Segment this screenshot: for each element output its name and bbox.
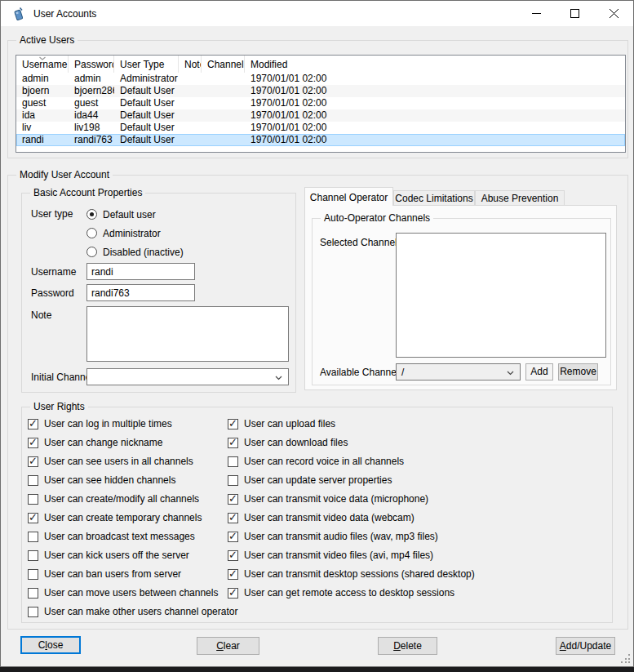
checkbox-record-voice[interactable]: User can record voice in all channels bbox=[228, 455, 404, 468]
checkbox-create-modify-channels[interactable]: User can create/modify all channels bbox=[28, 492, 199, 505]
checkbox-icon bbox=[228, 550, 238, 561]
checkbox-icon bbox=[228, 532, 238, 542]
checkbox-make-channel-operator[interactable]: User can make other users channel operat… bbox=[28, 605, 237, 618]
checkbox-see-hidden-channels[interactable]: User can see hidden channels bbox=[28, 474, 175, 487]
checkbox-upload-files[interactable]: User can upload files bbox=[228, 417, 335, 430]
desktop-background-strip bbox=[0, 667, 634, 672]
available-channel-value: / bbox=[401, 367, 404, 378]
radio-disabled-inactive[interactable]: Disabled (inactive) bbox=[86, 246, 184, 258]
delete-button[interactable]: Delete bbox=[378, 637, 437, 655]
checkbox-move-users[interactable]: User can move users between channels bbox=[28, 586, 218, 599]
active-users-table[interactable]: Username Password User Type Note Channel… bbox=[16, 55, 626, 153]
tab-abuse-prevention[interactable]: Abuse Prevention bbox=[475, 190, 565, 206]
cell-modified: 1970/01/01 02:00 bbox=[245, 109, 625, 122]
cell-password: bjoern286 bbox=[69, 85, 114, 97]
radio-administrator[interactable]: Administrator bbox=[86, 227, 161, 239]
minimize-icon bbox=[532, 9, 541, 18]
table-row[interactable]: bjoern bjoern286 Default User 1970/01/01… bbox=[16, 85, 625, 97]
cell-note bbox=[179, 134, 202, 146]
add-update-button[interactable]: Add/Update bbox=[556, 637, 615, 655]
cell-user-type: Default User bbox=[114, 109, 179, 122]
note-field[interactable] bbox=[86, 306, 289, 362]
modify-group-label: Modify User Account bbox=[16, 169, 113, 180]
initial-channel-combobox[interactable] bbox=[86, 368, 289, 385]
auto-operator-group-label: Auto-Operator Channels bbox=[321, 212, 433, 224]
checkbox-icon bbox=[28, 494, 38, 505]
note-label: Note bbox=[31, 309, 51, 321]
cell-note bbox=[179, 109, 202, 122]
checkbox-transmit-desktop-sessions[interactable]: User can transmit desktop sessions (shar… bbox=[228, 567, 475, 581]
checkbox-icon bbox=[228, 438, 238, 448]
column-header-username[interactable]: Username bbox=[16, 56, 69, 73]
channel-operator-tab-panel: Auto-Operator Channels Selected Channels… bbox=[304, 205, 617, 390]
checkbox-transmit-video[interactable]: User can transmit video data (webcam) bbox=[228, 511, 415, 524]
table-row[interactable]: guest guest Default User 1970/01/01 02:0… bbox=[16, 97, 625, 109]
cell-channel bbox=[202, 97, 245, 109]
checkbox-icon bbox=[228, 419, 238, 429]
cell-password: guest bbox=[69, 97, 114, 109]
initial-channel-label: Initial Channel bbox=[31, 372, 93, 383]
checkbox-update-server-properties[interactable]: User can update server properties bbox=[228, 474, 392, 487]
close-window-button[interactable] bbox=[594, 1, 633, 26]
table-row[interactable]: liv liv198 Default User 1970/01/01 02:00 bbox=[16, 122, 625, 134]
cell-channel bbox=[202, 109, 245, 122]
cell-modified: 1970/01/01 02:00 bbox=[245, 122, 625, 134]
checkbox-transmit-voice[interactable]: User can transmit voice data (microphone… bbox=[228, 492, 428, 505]
selected-channels-listbox[interactable] bbox=[396, 233, 606, 358]
add-button[interactable]: Add bbox=[525, 363, 553, 381]
table-row[interactable]: admin admin Administrator 1970/01/01 02:… bbox=[16, 73, 625, 85]
remove-button[interactable]: Remove bbox=[558, 363, 598, 381]
checkbox-icon bbox=[28, 532, 38, 542]
checkbox-ban-users[interactable]: User can ban users from server bbox=[28, 567, 181, 581]
minimize-button[interactable] bbox=[517, 1, 556, 26]
username-field[interactable] bbox=[86, 263, 195, 280]
column-header-password[interactable]: Password bbox=[69, 56, 114, 73]
tab-channel-operator[interactable]: Channel Operator bbox=[304, 187, 393, 206]
radio-default-user[interactable]: Default user bbox=[86, 208, 156, 220]
checkbox-icon bbox=[28, 438, 38, 448]
radio-icon bbox=[86, 228, 97, 238]
clear-button[interactable]: Clear bbox=[197, 637, 259, 655]
maximize-button[interactable] bbox=[556, 1, 594, 26]
checkbox-remote-access-desktop[interactable]: User can get remote access to desktop se… bbox=[228, 586, 454, 599]
close-button[interactable]: Close bbox=[20, 636, 81, 654]
selected-channels-label: Selected Channels bbox=[320, 237, 402, 248]
checkbox-multiple-logins[interactable]: User can log in multiple times bbox=[28, 417, 172, 430]
checkbox-transmit-video-files[interactable]: User can transmit video files (avi, mp4 … bbox=[228, 549, 433, 562]
checkbox-see-users-all-channels[interactable]: User can see users in all channels bbox=[28, 455, 193, 468]
cell-note bbox=[179, 73, 202, 85]
password-field[interactable] bbox=[86, 284, 195, 301]
radio-icon bbox=[86, 209, 97, 220]
column-header-modified[interactable]: Modified bbox=[245, 56, 625, 73]
checkbox-icon bbox=[28, 475, 38, 486]
checkbox-icon bbox=[228, 588, 238, 599]
titlebar[interactable]: User Accounts bbox=[1, 1, 633, 26]
table-row-selected[interactable]: randi randi763 Default User 1970/01/01 0… bbox=[16, 134, 625, 146]
username-label: Username bbox=[31, 266, 76, 278]
resize-grip[interactable] bbox=[621, 654, 630, 663]
cell-modified: 1970/01/01 02:00 bbox=[245, 73, 625, 85]
cell-channel bbox=[202, 122, 245, 134]
tab-codec-limitations[interactable]: Codec Limitations bbox=[393, 190, 475, 206]
column-header-note[interactable]: Note bbox=[179, 56, 202, 73]
checkbox-broadcast-text-messages[interactable]: User can broadcast text messages bbox=[28, 530, 195, 543]
available-channels-combobox[interactable]: / bbox=[396, 363, 521, 381]
active-users-group-label: Active Users bbox=[16, 34, 78, 46]
checkbox-change-nickname[interactable]: User can change nickname bbox=[28, 436, 162, 449]
cell-note bbox=[179, 97, 202, 109]
column-header-user-type[interactable]: User Type bbox=[114, 56, 179, 73]
checkbox-download-files[interactable]: User can download files bbox=[228, 436, 348, 449]
cell-modified: 1970/01/01 02:00 bbox=[245, 97, 625, 109]
table-row[interactable]: ida ida44 Default User 1970/01/01 02:00 bbox=[16, 109, 625, 122]
checkbox-create-temporary-channels[interactable]: User can create temporary channels bbox=[28, 511, 202, 524]
basic-group-label: Basic Account Properties bbox=[30, 187, 145, 198]
maximize-icon bbox=[570, 9, 579, 18]
cell-modified: 1970/01/01 02:00 bbox=[245, 85, 625, 97]
checkbox-kick-users[interactable]: User can kick users off the server bbox=[28, 549, 189, 562]
checkbox-transmit-audio-files[interactable]: User can transmit audio files (wav, mp3 … bbox=[228, 530, 438, 543]
column-header-channel[interactable]: Channel bbox=[202, 56, 245, 73]
user-accounts-window: User Accounts Active Users Username Pass… bbox=[0, 0, 634, 667]
checkbox-icon bbox=[28, 607, 38, 617]
cell-password: randi763 bbox=[69, 134, 114, 146]
password-label: Password bbox=[31, 287, 74, 299]
